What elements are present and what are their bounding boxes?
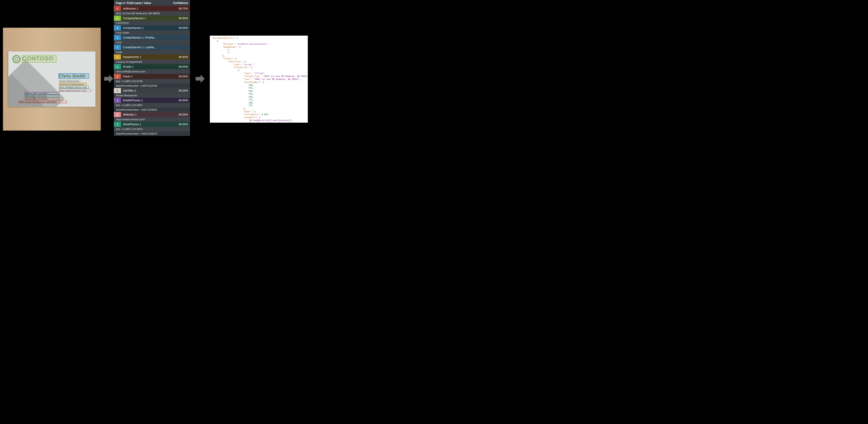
field-row[interactable]: 1MobilePhones 199.50%: [114, 98, 190, 103]
table-header-right: Confidence: [173, 1, 188, 5]
page-number-chip: 1: [114, 112, 121, 117]
field-confidence: 98.60%: [176, 15, 190, 21]
table-header: Page # / Field name / Value Confidence: [114, 0, 190, 6]
arrow-right-icon: [104, 74, 113, 83]
page-number-chip: 1: [114, 55, 121, 60]
field-confidence: 98.70%: [176, 6, 190, 11]
field-name: ContactNames 1: FirstNa...: [121, 35, 176, 40]
field-row[interactable]: 1Addresses 198.70%: [114, 6, 190, 11]
field-name: Emails 1: [121, 64, 176, 69]
field-value: text: +1 (987) 213-5674: [114, 127, 190, 131]
field-value: valuePhoneNumber: +19871234567: [114, 107, 190, 112]
field-value: CONTOSO: [114, 21, 190, 25]
highlight-workphone: [25, 95, 59, 97]
photo-background: CONTOSO Chris Smith Senior Researcher Cl…: [3, 28, 101, 131]
field-name: Addresses 1: [121, 6, 176, 11]
field-row[interactable]: 1ContactNames 199.00%: [114, 25, 190, 30]
highlight-website: [59, 89, 91, 92]
field-row[interactable]: 1Websites 199.00%: [114, 112, 190, 117]
field-confidence: 98.50%: [176, 122, 190, 127]
field-confidence: 99.00%: [176, 25, 190, 30]
field-value: Cloud & AI Department: [114, 60, 190, 64]
field-value: Chris: [114, 40, 190, 45]
field-row[interactable]: 1Emails 199.00%: [114, 64, 190, 69]
field-name: ContactNames 1: [121, 25, 176, 30]
arrow-right-icon: [195, 74, 205, 83]
field-name: JobTitles 1: [121, 88, 176, 93]
page-number-chip: 1: [114, 64, 121, 69]
field-confidence: 99.00%: [176, 74, 190, 79]
field-value: Smith: [114, 50, 190, 55]
highlight-email: [59, 86, 89, 89]
page-number-chip: 1: [114, 122, 121, 127]
field-name: ContactNames 1: LastNa...: [121, 45, 176, 50]
business-card: CONTOSO Chris Smith Senior Researcher Cl…: [8, 52, 95, 107]
highlight-fax: [25, 98, 59, 100]
highlight-mobile: [25, 92, 59, 95]
field-row[interactable]: 1JobTitles 199.00%: [114, 88, 190, 93]
page-number-chip: 1: [114, 88, 121, 93]
field-value: chris.smith@contoso.com: [114, 69, 190, 74]
highlight-company: [22, 55, 56, 63]
field-confidence: [176, 45, 190, 50]
field-row[interactable]: 1ContactNames 1: FirstNa...: [114, 35, 190, 40]
field-row[interactable]: 1Faxes 199.00%: [114, 74, 190, 79]
field-value: valuePhoneNumber: +19873126745: [114, 84, 190, 88]
field-value: text: +1 (987) 123-4567: [114, 103, 190, 107]
field-row[interactable]: 1Departments 198.90%: [114, 55, 190, 60]
field-value: https://www.contoso.com/: [114, 117, 190, 122]
field-name: Faxes 1: [121, 74, 176, 79]
page-number-chip: 1: [114, 6, 121, 11]
json-code: "documentResults": [ { "docType": "prebu…: [212, 37, 306, 123]
field-confidence: [176, 35, 190, 40]
svg-marker-1: [195, 74, 205, 83]
field-confidence: 98.90%: [176, 55, 190, 60]
field-row[interactable]: 1WorkPhones 198.50%: [114, 122, 190, 127]
field-confidence: 99.00%: [176, 64, 190, 69]
field-confidence: 99.50%: [176, 98, 190, 103]
field-name: Departments 1: [121, 55, 176, 60]
business-card-photo: CONTOSO Chris Smith Senior Researcher Cl…: [3, 28, 101, 131]
company-logo-icon: [12, 55, 21, 63]
svg-marker-0: [104, 74, 113, 83]
field-name: WorkPhones 1: [121, 122, 176, 127]
field-row[interactable]: 1CompanyNames 198.60%: [114, 15, 190, 21]
highlight-jobtitle: [59, 79, 81, 82]
field-value: text: +1 (987) 312-6745: [114, 79, 190, 84]
json-output-panel: "documentResults": [ { "docType": "prebu…: [210, 36, 308, 123]
table-header-left: Page # / Field name / Value: [116, 1, 151, 5]
field-value: Chris Smith: [114, 30, 190, 35]
table-body: 1Addresses 198.70%4001 1st Ave NE Redmon…: [114, 6, 190, 136]
field-value: Senior Researcher: [114, 93, 190, 98]
field-name: Websites 1: [121, 112, 176, 117]
field-value: 4001 1st Ave NE Redmond, WA 98052: [114, 11, 190, 15]
field-confidence: 99.00%: [176, 112, 190, 117]
page-number-chip: 1: [114, 35, 121, 40]
page-number-chip: 1: [114, 45, 121, 50]
field-row[interactable]: 1ContactNames 1: LastNa...: [114, 45, 190, 50]
page-number-chip: 1: [114, 98, 121, 103]
highlight-address: [19, 101, 67, 103]
page-number-chip: 1: [114, 15, 121, 21]
page-number-chip: 1: [114, 25, 121, 30]
highlight-department: [59, 83, 87, 86]
field-value: valuePhoneNumber: +19872135674: [114, 131, 190, 136]
extraction-results-table: Page # / Field name / Value Confidence 1…: [114, 0, 190, 136]
field-confidence: 99.00%: [176, 88, 190, 93]
field-name: CompanyNames 1: [121, 15, 176, 21]
highlight-name: [58, 73, 89, 79]
page-number-chip: 1: [114, 74, 121, 79]
field-name: MobilePhones 1: [121, 98, 176, 103]
